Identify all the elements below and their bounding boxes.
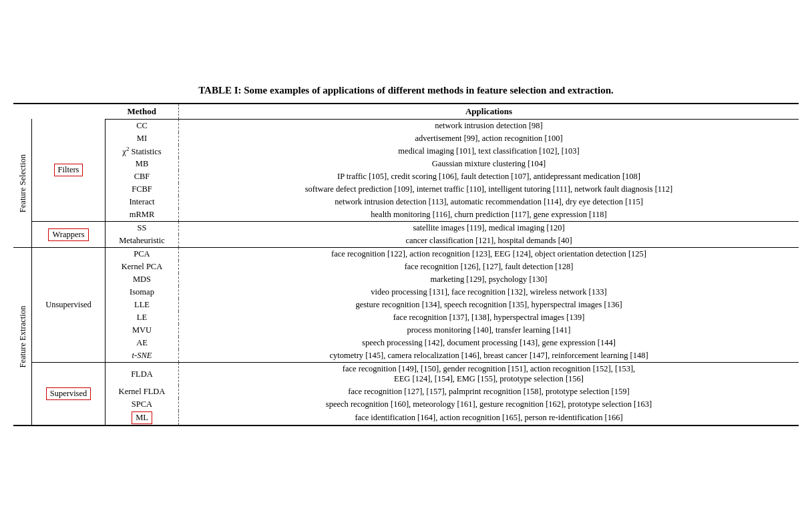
method-cell: SPCA [106,398,179,411]
page-container: TABLE I: Some examples of applications o… [13,85,799,426]
applications-cell: face identification [164], action recogn… [179,411,799,425]
category-label-1-1: Supervised [32,363,106,426]
method-cell: MVU [106,324,179,337]
outer-section-label-1: Feature Extraction [13,248,32,426]
header-outer-empty [13,104,32,120]
method-cell: mRMR [106,208,179,222]
category-boxed-label: Filters [54,164,83,176]
applications-cell: medical imaging [101], text classificati… [179,145,799,158]
method-cell: LLE [106,299,179,311]
outer-section-label-0: Feature Selection [13,119,32,247]
applications-cell: face recognition [126], [127], fault det… [179,261,799,273]
applications-cell: advertisement [99], action recognition [… [179,132,799,145]
method-cell: PCA [106,248,179,261]
applications-cell: process monitoring [140], transfer learn… [179,324,799,337]
applications-cell: gesture recognition [134], speech recogn… [179,299,799,311]
method-cell: t-SNE [106,349,179,363]
method-cell: CBF [106,170,179,183]
header-method: Method [106,104,179,120]
method-cell: MB [106,158,179,170]
method-cell: Kernel PCA [106,261,179,273]
method-cell: Metaheuristic [106,234,179,248]
method-cell: Isomap [106,286,179,299]
applications-cell: satellite images [119], medical imaging … [179,222,799,235]
applications-cell: video processing [131], face recognition… [179,286,799,299]
main-table: Method Applications Feature SelectionFil… [13,103,799,426]
category-label-0-1: Wrappers [32,222,106,248]
applications-cell: software defect prediction [109], intern… [179,183,799,196]
applications-cell: face recognition [137], [138], hyperspec… [179,311,799,324]
header-applications: Applications [179,104,799,120]
ml-boxed-label: ML [132,411,152,424]
method-cell: MI [106,132,179,145]
method-cell: FLDA [106,363,179,386]
applications-cell: speech processing [142], document proces… [179,337,799,349]
method-cell: ML [106,411,179,425]
applications-cell: cytometry [145], camera relocalization [… [179,349,799,363]
category-boxed-label: Wrappers [48,228,88,241]
method-cell: MDS [106,273,179,286]
method-cell: χ2 Statistics [106,145,179,158]
applications-cell: IP traffic [105], credit scoring [106], … [179,170,799,183]
applications-cell: speech recognition [160], meteorology [1… [179,398,799,411]
method-cell: LE [106,311,179,324]
method-cell: AE [106,337,179,349]
method-cell: CC [106,119,179,132]
method-cell: SS [106,222,179,235]
applications-cell: Gaussian mixture clustering [104] [179,158,799,170]
applications-cell: face recognition [127], [157], palmprint… [179,385,799,398]
method-cell: FCBF [106,183,179,196]
category-boxed-label: Supervised [46,387,91,400]
table-title: TABLE I: Some examples of applications o… [13,85,799,96]
method-cell: Kernel FLDA [106,385,179,398]
applications-cell: cancer classification [121], hospital de… [179,234,799,248]
category-label-1-0: Unsupervised [32,248,106,363]
applications-cell: network intrusion detection [113], autom… [179,196,799,208]
applications-cell: marketing [129], psychology [130] [179,273,799,286]
header-category-empty [32,104,106,120]
applications-cell: network intrusion detection [98] [179,119,799,132]
applications-cell: face recognition [149], [150], gender re… [179,363,799,386]
applications-cell: health monitoring [116], churn predictio… [179,208,799,222]
applications-cell: face recognition [122], action recogniti… [179,248,799,261]
method-cell: Interact [106,196,179,208]
category-label-0-0: Filters [32,119,106,221]
